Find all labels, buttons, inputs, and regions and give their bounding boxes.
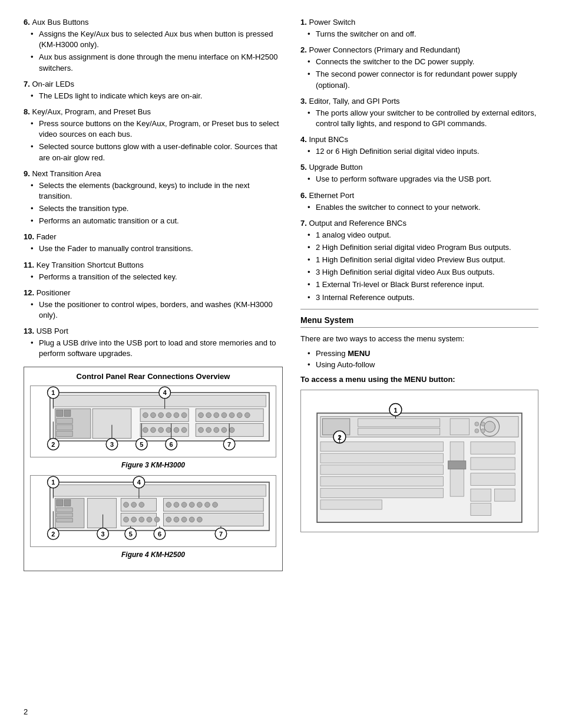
svg-rect-117 <box>450 419 469 435</box>
left-column: 6. Aux Bus ButtonsAssigns the Key/Aux bu… <box>24 18 283 710</box>
item-bullet-list: Press source buttons on the Key/Aux, Pro… <box>31 118 283 163</box>
figure3-svg: 1 2 3 4 5 6 <box>31 386 276 457</box>
item-bullet-list: Turns the switcher on and off. <box>308 29 538 39</box>
item-number: 7. <box>300 219 309 228</box>
left-section-item: 11. Key Transition Shortcut ButtonsPerfo… <box>24 261 283 282</box>
item-bullet-list: Use to perform software upgrades via the… <box>308 174 538 185</box>
bullet-item: Press source buttons on the Key/Aux, Pro… <box>31 118 283 140</box>
right-column: 1. Power SwitchTurns the switcher on and… <box>300 18 538 710</box>
bullet-item: The ports allow your switcher to be cont… <box>308 108 538 129</box>
bullet-item: Aux bus assignment is done through the m… <box>31 52 283 73</box>
item-bullet-list: Connects the switcher to the DC power su… <box>308 57 538 91</box>
item-bullet-list: Use the positioner to control wipes, bor… <box>31 299 283 321</box>
right-section-item: 1. Power SwitchTurns the switcher on and… <box>300 18 538 39</box>
svg-point-121 <box>475 429 479 433</box>
item-title: Aux Bus Buttons <box>32 18 88 27</box>
svg-rect-66 <box>87 498 116 528</box>
item-bullet-list: Selects the elements (background, keys) … <box>31 180 283 227</box>
svg-rect-64 <box>57 513 72 517</box>
bullet-item: 12 or 6 High Definition serial digital v… <box>308 146 538 157</box>
item-number: 12. <box>24 288 37 297</box>
menu-bullet-autofollow: Using Auto-follow <box>308 360 538 369</box>
item-bullet-list: 1 analog video output.2 High Definition … <box>308 230 538 303</box>
overview-title: Control Panel Rear Connections Overview <box>30 372 276 381</box>
svg-text:3: 3 <box>101 531 105 538</box>
svg-point-89 <box>189 517 194 522</box>
svg-point-18 <box>151 427 156 433</box>
svg-point-33 <box>206 427 211 433</box>
svg-point-76 <box>154 517 160 522</box>
svg-point-26 <box>214 412 219 417</box>
svg-text:1: 1 <box>51 479 55 486</box>
item-title: Input BNCs <box>309 135 348 144</box>
divider <box>300 309 538 309</box>
bullet-item: Selected source buttons glow with a user… <box>31 141 283 163</box>
svg-point-86 <box>166 517 171 522</box>
item-number: 4. <box>300 135 309 144</box>
figure4-svg: 1 2 3 4 5 6 7 <box>31 476 276 546</box>
svg-point-82 <box>197 502 202 508</box>
menu-bold: MENU <box>348 349 370 358</box>
svg-point-12 <box>158 412 164 417</box>
bullet-item: 1 High Definition serial digital video P… <box>308 255 538 265</box>
bullet-item: 1 analog video output. <box>308 230 538 241</box>
svg-point-32 <box>199 427 204 433</box>
right-items-list: 1. Power SwitchTurns the switcher on and… <box>300 18 538 303</box>
item-number: 2. <box>300 45 309 54</box>
svg-point-78 <box>166 502 171 508</box>
item-number: 8. <box>24 107 32 116</box>
svg-rect-132 <box>471 442 515 454</box>
item-title: Power Switch <box>309 18 355 27</box>
item-number: 3. <box>300 97 309 106</box>
bullet-item: Plug a USB drive into the USB port to lo… <box>31 338 283 359</box>
bullet-item: Assigns the Key/Aux bus to selected Aux … <box>31 29 283 50</box>
bullet-item: Connects the switcher to the DC power su… <box>308 57 538 67</box>
item-number: 9. <box>24 169 32 178</box>
access-menu-title: To access a menu using the MENU button: <box>300 375 538 384</box>
item-title: Editor, Tally, and GPI Ports <box>309 97 399 106</box>
right-section-item: 7. Output and Reference BNCs1 analog vid… <box>300 219 538 303</box>
svg-rect-135 <box>471 489 491 501</box>
svg-text:6: 6 <box>170 440 173 447</box>
svg-point-11 <box>151 412 156 417</box>
svg-point-35 <box>222 427 227 433</box>
fig4-caption: Figure 4 KM-H2500 <box>30 551 276 559</box>
svg-point-73 <box>131 517 137 522</box>
svg-text:1: 1 <box>394 407 398 414</box>
left-section-item: 10. FaderUse the Fader to manually contr… <box>24 232 283 254</box>
svg-rect-125 <box>320 453 444 463</box>
svg-rect-128 <box>320 488 444 498</box>
page-number: 2 <box>24 707 28 716</box>
svg-rect-131 <box>448 461 466 469</box>
svg-text:2: 2 <box>51 531 55 538</box>
figure4-diagram: 1 2 3 4 5 6 7 <box>30 475 276 547</box>
right-section-item: 4. Input BNCs12 or 6 High Definition ser… <box>300 135 538 157</box>
svg-rect-129 <box>320 500 382 509</box>
svg-point-68 <box>124 502 129 508</box>
svg-point-29 <box>237 412 242 417</box>
item-title: Ethernet Port <box>309 191 354 200</box>
item-number: 13. <box>24 327 37 335</box>
svg-point-79 <box>174 502 179 508</box>
svg-rect-116 <box>358 428 440 435</box>
bullet-item: Performs an automatic transition or a cu… <box>31 216 283 226</box>
item-bullet-list: The LEDs light to indicate which keys ar… <box>31 91 283 101</box>
svg-point-122 <box>481 422 485 426</box>
svg-rect-7 <box>57 431 72 436</box>
svg-point-75 <box>147 517 152 522</box>
svg-rect-133 <box>471 457 515 470</box>
item-number: 6. <box>24 18 32 27</box>
left-items-list: 6. Aux Bus ButtonsAssigns the Key/Aux bu… <box>24 18 283 360</box>
svg-point-83 <box>205 502 210 508</box>
svg-rect-6 <box>57 424 72 430</box>
item-bullet-list: 12 or 6 High Definition serial digital v… <box>308 146 538 157</box>
svg-rect-62 <box>64 499 71 506</box>
svg-rect-65 <box>57 518 72 522</box>
svg-rect-127 <box>320 477 444 486</box>
svg-point-80 <box>181 502 187 508</box>
item-title: Key Transition Shortcut Buttons <box>37 261 144 269</box>
svg-point-88 <box>181 517 187 522</box>
item-number: 7. <box>24 80 32 88</box>
page-container: 6. Aux Bus ButtonsAssigns the Key/Aux bu… <box>0 0 562 728</box>
svg-text:5: 5 <box>129 531 133 538</box>
